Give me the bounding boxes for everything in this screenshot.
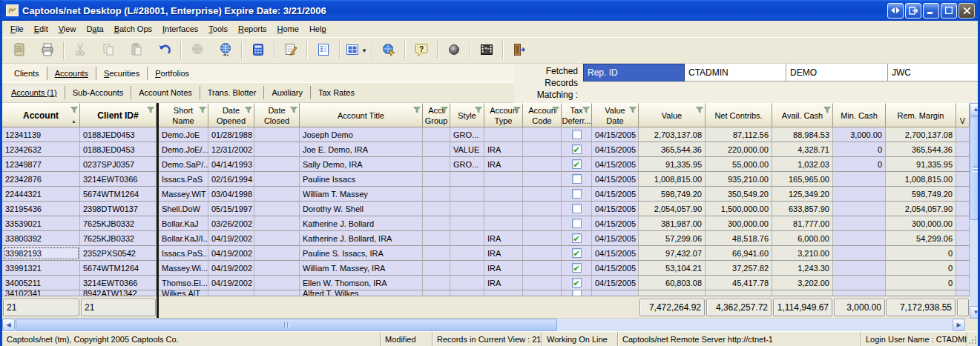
cell-code[interactable] <box>523 216 562 231</box>
cell-title[interactable]: Joe E. Demo, IRA <box>300 142 423 157</box>
cell-tax_deferred[interactable]: ✔ <box>562 261 592 276</box>
column-header-net_contribs[interactable]: Net Contribs. <box>706 103 772 127</box>
cell-short_name[interactable]: Demo.SaP/... <box>159 157 208 172</box>
cell-tax_deferred[interactable] <box>562 202 592 216</box>
column-header-min_cash[interactable]: Min. Cash <box>833 103 886 127</box>
cell-rem_margin[interactable]: 1,008,815.00 <box>886 172 956 187</box>
cell-vpartial[interactable] <box>956 290 970 296</box>
cell-code[interactable] <box>523 261 562 276</box>
cell-client_id[interactable]: 5674WTM1264 <box>80 187 157 202</box>
cell-tax_deferred[interactable] <box>562 290 592 296</box>
maximize-button[interactable] <box>941 3 957 19</box>
cell-value[interactable]: 2,703,137.08 <box>639 127 706 142</box>
cell-rem_margin[interactable] <box>886 290 956 296</box>
menu-item-file[interactable]: File <box>5 22 29 36</box>
record-form-button[interactable] <box>309 40 338 61</box>
cell-rem_margin[interactable]: 598,749.20 <box>886 187 956 202</box>
cell-date_closed[interactable] <box>254 202 300 216</box>
cell-account[interactable]: 22444321 <box>2 187 80 202</box>
cell-group[interactable] <box>423 216 450 231</box>
cell-title[interactable]: William T. Massey <box>300 187 423 202</box>
cell-date_opened[interactable]: 03/26/2002 <box>208 216 254 231</box>
cell-short_name[interactable]: Thomso.El... <box>159 276 208 290</box>
cell-value[interactable]: 1,008,815.00 <box>639 172 706 187</box>
cell-type[interactable]: IRA <box>484 261 523 276</box>
filter-icon[interactable] <box>696 105 703 116</box>
print-button[interactable] <box>33 40 62 61</box>
menu-item-batch-ops[interactable]: Batch Ops <box>109 22 157 36</box>
fetch-field-repid[interactable]: Rep. ID <box>583 64 685 81</box>
filter-icon[interactable] <box>147 105 154 116</box>
cell-net_contribs[interactable]: 55,000.00 <box>706 157 772 172</box>
cell-value_date[interactable]: 04/15/2005 <box>592 276 639 290</box>
cell-type[interactable] <box>484 216 523 231</box>
menu-item-interfaces[interactable]: Interfaces <box>157 22 203 36</box>
cell-value_date[interactable]: 04/15/2005 <box>592 172 639 187</box>
cell-account[interactable]: 34102341 <box>2 290 80 296</box>
cell-tax_deferred[interactable]: ✔ <box>562 231 592 246</box>
cell-value_date[interactable]: 04/15/2005 <box>592 261 639 276</box>
notes-button[interactable] <box>5 40 33 61</box>
cell-tax_deferred[interactable]: ✔ <box>562 142 592 157</box>
cell-value_date[interactable] <box>592 290 639 296</box>
cell-style[interactable] <box>450 231 484 246</box>
cell-vpartial[interactable] <box>956 231 970 246</box>
cell-code[interactable] <box>523 231 562 246</box>
cell-short_name[interactable]: Bollar.KaJ <box>159 216 208 231</box>
cell-type[interactable] <box>484 187 523 202</box>
cell-date_closed[interactable] <box>254 246 300 261</box>
cell-rem_margin[interactable]: 91,335.95 <box>886 157 956 172</box>
cell-min_cash[interactable] <box>833 246 886 261</box>
column-header-vpartial[interactable]: V <box>956 103 970 127</box>
cell-tax_deferred[interactable] <box>562 187 592 202</box>
filter-icon[interactable] <box>245 105 252 116</box>
help-button[interactable]: ? <box>407 40 435 61</box>
cell-account[interactable]: 34005211 <box>2 276 80 290</box>
cell-tax_deferred[interactable]: ✔ <box>562 276 592 290</box>
exit-button[interactable] <box>505 40 533 61</box>
cell-min_cash[interactable] <box>833 172 886 187</box>
cell-date_opened[interactable]: 02/16/1994 <box>208 172 254 187</box>
cell-avail_cash[interactable]: 633,857.90 <box>772 202 833 216</box>
column-header-account[interactable]: Account▲ <box>2 103 80 127</box>
cell-style[interactable] <box>450 290 484 296</box>
cell-type[interactable] <box>484 290 523 296</box>
filter-icon[interactable] <box>552 105 559 116</box>
vertical-scroll-track[interactable] <box>970 221 980 306</box>
cell-net_contribs[interactable]: 1,500,000.00 <box>706 202 772 216</box>
cell-avail_cash[interactable]: 3,210.00 <box>772 246 833 261</box>
cell-avail_cash[interactable]: 1,243.30 <box>772 261 833 276</box>
cell-value[interactable]: 2,054,057.90 <box>639 202 706 216</box>
minimize-button[interactable] <box>923 3 939 19</box>
tax-deferred-checkbox[interactable]: ✔ <box>572 159 582 169</box>
cell-rem_margin[interactable]: 2,054,057.90 <box>886 202 956 216</box>
tax-deferred-checkbox[interactable] <box>572 130 582 139</box>
cell-title[interactable]: Katherine J. Bollard, IRA <box>300 231 423 246</box>
cell-date_closed[interactable] <box>254 157 300 172</box>
tab-accounts[interactable]: Accounts <box>47 67 96 80</box>
fetch-value-cell[interactable]: CTADMIN <box>685 64 786 81</box>
cell-rem_margin[interactable]: 0 <box>886 276 956 290</box>
column-header-title[interactable]: Account Title <box>300 103 423 127</box>
cell-style[interactable] <box>450 172 484 187</box>
tax-deferred-checkbox[interactable]: ✔ <box>572 144 582 154</box>
cell-date_closed[interactable] <box>254 276 300 290</box>
cell-net_contribs[interactable]: 37,257.82 <box>706 261 772 276</box>
cell-client_id[interactable]: 0188JED0453 <box>80 127 157 142</box>
cell-net_contribs[interactable]: 220,000.00 <box>706 142 772 157</box>
cell-tax_deferred[interactable] <box>562 172 592 187</box>
cell-value_date[interactable]: 04/15/2005 <box>592 127 639 142</box>
cell-style[interactable] <box>450 187 484 202</box>
cell-min_cash[interactable] <box>833 187 886 202</box>
subtab-trans-blotter[interactable]: Trans. Blotter <box>200 86 265 99</box>
cell-avail_cash[interactable]: 88,984.53 <box>772 127 833 142</box>
undo-button[interactable] <box>151 40 179 61</box>
filter-icon[interactable] <box>823 105 831 116</box>
grid-view-button[interactable]: ▼ <box>342 40 370 61</box>
menu-item-tools[interactable]: Tools <box>203 22 233 36</box>
cell-value_date[interactable]: 04/15/2005 <box>592 216 639 231</box>
cell-code[interactable] <box>523 127 562 142</box>
filter-icon[interactable] <box>199 105 206 116</box>
cell-date_opened[interactable]: 12/31/2002 <box>208 142 254 157</box>
scroll-up-icon[interactable]: ▲ <box>970 103 980 116</box>
